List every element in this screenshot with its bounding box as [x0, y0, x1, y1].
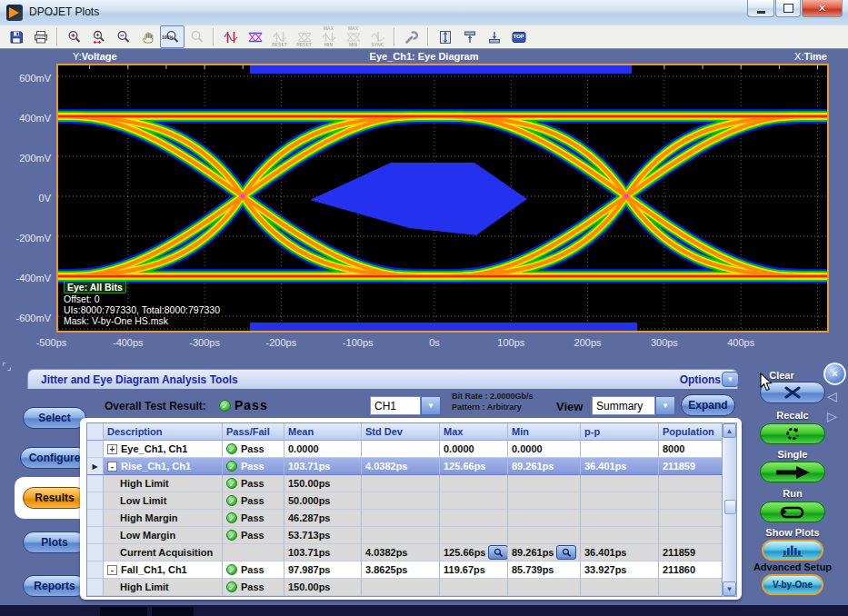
table-row[interactable]: Low Limit✓Pass50.000ps — [87, 492, 722, 510]
cell-zoom-button[interactable] — [488, 545, 508, 560]
nav-plots-button[interactable]: Plots — [23, 532, 86, 553]
cell-mean: 150.00ps — [284, 579, 362, 596]
max-min-eye-icon — [346, 33, 361, 42]
cell-max — [440, 527, 508, 544]
table-header-row: DescriptionPass/FailMeanStd DevMaxMinp-p… — [87, 423, 722, 441]
table-row[interactable]: High Margin✓Pass46.287ps — [87, 510, 722, 527]
fit-vertical-button[interactable] — [433, 25, 457, 48]
chevron-down-icon: ▼ — [427, 402, 434, 410]
nav-reports-button[interactable]: Reports — [23, 575, 86, 597]
cell-pass-fail: ✓Pass — [223, 475, 284, 492]
align-bottom-button[interactable] — [482, 25, 506, 48]
eye-diagram-plot[interactable]: Eye: All Bits Offset: 0 UIs:8000:797330,… — [56, 64, 829, 333]
expand-icon[interactable]: + — [107, 444, 117, 454]
cell-min — [508, 510, 581, 527]
collapse-icon[interactable]: - — [107, 462, 117, 472]
plot-section: Y:Voltage Eye_Ch1: Eye Diagram X:Time Ey… — [0, 49, 848, 360]
settings-button[interactable] — [399, 25, 424, 48]
pass-check-icon: ✓ — [226, 564, 237, 575]
maximize-button[interactable] — [775, 0, 801, 17]
min-label: MIN — [342, 43, 364, 47]
minimize-button[interactable] — [747, 0, 774, 17]
close-button[interactable]: ✕ — [802, 0, 843, 17]
vertical-cursors-button[interactable] — [218, 25, 243, 48]
table-row[interactable]: High Limit✓Pass150.00ps — [87, 579, 722, 596]
table-row[interactable]: +Eye_Ch1, Ch1✓Pass0.00000.00000.00008000 — [87, 441, 722, 458]
show-plots-button[interactable] — [762, 540, 823, 561]
cell-min: 89.261ps — [508, 544, 581, 561]
channel-dropdown-button[interactable]: ▼ — [421, 396, 441, 415]
sync-cursors-button[interactable]: SYNC — [365, 25, 390, 48]
nav-configure-button[interactable]: Configure — [20, 447, 89, 469]
vbyone-button[interactable]: V-by-One — [762, 574, 823, 595]
clear-label: Clear — [727, 370, 836, 381]
max-min-vertical-button[interactable]: MAX MIN — [316, 25, 341, 48]
row-selector[interactable] — [87, 561, 104, 579]
column-header-max[interactable]: Max — [440, 423, 508, 441]
save-button[interactable] — [4, 25, 28, 48]
column-header-mean[interactable]: Mean — [284, 423, 362, 441]
overall-result-label: Overall Test Result: — [105, 400, 206, 412]
column-header-population[interactable]: Population — [659, 423, 722, 441]
table-row[interactable]: Current Acquisition103.71ps4.0382ps125.6… — [87, 544, 722, 561]
align-top-button[interactable] — [457, 25, 482, 48]
collapse-left-icon[interactable]: ◁ — [827, 389, 837, 403]
zoom-sync-button[interactable] — [185, 25, 209, 48]
column-header-std-dev[interactable]: Std Dev — [362, 423, 440, 441]
scroll-up-button[interactable]: ▲ — [723, 423, 736, 438]
row-selector[interactable] — [87, 579, 104, 596]
row-selector[interactable] — [87, 441, 104, 458]
print-button[interactable] — [28, 25, 53, 48]
cell-description: -Rise_Ch1, Ch1 — [104, 458, 223, 475]
column-header-pass-fail[interactable]: Pass/Fail — [223, 423, 284, 441]
cell-pop: 8000 — [659, 441, 722, 458]
row-selector[interactable] — [87, 492, 104, 510]
zoom-in-button[interactable] — [62, 25, 86, 48]
row-selector[interactable] — [87, 544, 104, 561]
column-header-p-p[interactable]: p-p — [581, 423, 659, 441]
row-selector[interactable] — [87, 527, 104, 544]
row-selector[interactable]: ▶ — [87, 458, 104, 475]
row-selector-header — [87, 423, 104, 441]
resize-grip-icon[interactable]: ⌜⌟ — [2, 362, 12, 372]
run-button[interactable] — [760, 502, 825, 522]
scroll-down-button[interactable]: ▼ — [723, 581, 736, 596]
cell-description: High Limit — [104, 579, 223, 596]
x-tick-label: -400ps — [101, 337, 155, 348]
max-min-eye-button[interactable]: MAX MIN — [341, 25, 365, 48]
pan-button[interactable] — [135, 25, 160, 48]
zoom-out-button[interactable] — [111, 25, 135, 48]
table-row[interactable]: ▶-Rise_Ch1, Ch1✓Pass103.71ps4.0382ps125.… — [87, 458, 722, 475]
expand-button[interactable]: Expand — [681, 394, 735, 416]
single-button[interactable] — [760, 462, 825, 482]
top-view-button[interactable]: TOP — [506, 25, 531, 48]
scroll-thumb[interactable] — [724, 500, 736, 514]
table-row[interactable]: Low Margin✓Pass53.713ps — [87, 527, 722, 544]
reset-eye-button[interactable]: RESET — [292, 25, 316, 48]
zoom-100-button[interactable]: 100% — [160, 25, 185, 48]
cell-pass-fail: ✓Pass — [223, 527, 284, 544]
view-label: View — [556, 400, 583, 413]
table-row[interactable]: High Limit✓Pass150.00ps — [87, 475, 722, 492]
chevron-down-icon[interactable]: ▼ — [655, 396, 675, 415]
column-header-min[interactable]: Min — [508, 423, 581, 441]
table-row[interactable]: -Fall_Ch1, Ch1✓Pass97.987ps3.8625ps119.6… — [87, 561, 722, 579]
cell-min: 89.261ps — [508, 458, 581, 475]
reset-vertical-button[interactable]: RESET — [267, 25, 292, 48]
cell-zoom-button[interactable] — [556, 545, 576, 560]
zoom-in-horizontal-button[interactable] — [86, 25, 111, 48]
row-selector[interactable] — [87, 510, 104, 527]
nav-select-button[interactable]: Select — [23, 407, 86, 429]
row-selector[interactable] — [87, 475, 104, 492]
recalc-button[interactable] — [760, 423, 825, 444]
magnifier-icon — [562, 548, 572, 558]
channel-value: CH1 — [370, 396, 421, 415]
column-header-description[interactable]: Description — [104, 423, 223, 441]
nav-results-button[interactable]: Results — [23, 487, 86, 509]
table-scrollbar[interactable]: ▲ ▼ — [722, 422, 737, 597]
eye-cursors-button[interactable] — [243, 25, 267, 48]
channel-select[interactable]: CH1 ▼ — [370, 396, 441, 415]
x-tick-label: 300ps — [637, 337, 692, 348]
view-select[interactable]: Summary ▼ — [592, 396, 675, 415]
collapse-icon[interactable]: - — [107, 565, 117, 575]
